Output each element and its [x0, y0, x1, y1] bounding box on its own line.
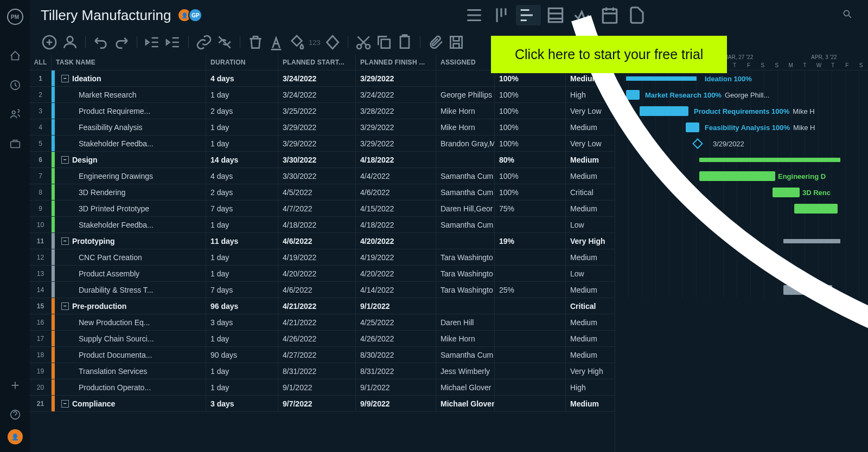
cell-duration[interactable]: 3 days — [206, 396, 278, 411]
cell-planned-start[interactable]: 4/18/2022 — [278, 217, 356, 233]
avatar-2[interactable]: GP — [188, 8, 202, 22]
cut-button[interactable] — [355, 34, 372, 51]
cell-duration[interactable]: 2 days — [206, 184, 278, 200]
cell-task-name[interactable]: −Ideation — [52, 70, 206, 86]
assign-button[interactable] — [61, 34, 79, 51]
cell-planned-start[interactable]: 4/20/2022 — [278, 266, 356, 281]
collapse-toggle[interactable]: − — [61, 75, 69, 82]
cell-duration[interactable]: 4 days — [206, 70, 278, 86]
cell-planned-start[interactable]: 3/29/2022 — [278, 135, 356, 151]
cell-task-name[interactable]: Stakeholder Feedba... — [52, 135, 206, 151]
cell-planned-start[interactable]: 9/1/2022 — [278, 379, 356, 395]
cell-planned-start[interactable]: 4/21/2022 — [278, 298, 356, 314]
cell-planned-start[interactable]: 3/24/2022 — [278, 87, 356, 102]
row-number[interactable]: 15 — [30, 298, 52, 314]
cell-planned-start[interactable]: 4/6/2022 — [278, 233, 356, 249]
paste-button[interactable] — [396, 34, 413, 51]
cell-task-name[interactable]: −Design — [52, 152, 206, 167]
cell-task-name[interactable]: Durability & Stress T... — [52, 282, 206, 298]
row-number[interactable]: 1 — [30, 70, 52, 86]
cell-task-name[interactable]: −Compliance — [52, 396, 206, 411]
cell-planned-start[interactable]: 4/19/2022 — [278, 249, 356, 265]
row-number[interactable]: 8 — [30, 184, 52, 200]
row-number[interactable]: 3 — [30, 103, 52, 119]
undo-button[interactable] — [92, 34, 110, 51]
cell-duration[interactable]: 1 day — [206, 379, 278, 395]
cell-task-name[interactable]: Engineering Drawings — [52, 168, 206, 184]
cell-planned-start[interactable]: 3/30/2022 — [278, 152, 356, 167]
col-task-name[interactable]: TASK NAME — [52, 54, 206, 70]
cell-planned-start[interactable]: 3/30/2022 — [278, 168, 356, 184]
cell-duration[interactable]: 7 days — [206, 282, 278, 298]
cell-duration[interactable]: 90 days — [206, 347, 278, 363]
cta-callout[interactable]: Click here to start your free trial — [491, 36, 727, 73]
cell-planned-start[interactable]: 9/7/2022 — [278, 396, 356, 411]
help-icon[interactable] — [9, 409, 21, 421]
row-number[interactable]: 12 — [30, 249, 52, 265]
cell-duration[interactable]: 1 day — [206, 135, 278, 151]
copy-button[interactable] — [375, 34, 393, 51]
indent-button[interactable] — [164, 34, 182, 51]
row-number[interactable]: 18 — [30, 347, 52, 363]
cell-duration[interactable]: 1 day — [206, 87, 278, 102]
cell-task-name[interactable]: Stakeholder Feedba... — [52, 217, 206, 233]
link-button[interactable] — [195, 34, 213, 51]
row-number[interactable]: 14 — [30, 282, 52, 298]
row-number[interactable]: 6 — [30, 152, 52, 167]
row-number[interactable]: 20 — [30, 379, 52, 395]
cell-task-name[interactable]: Product Documenta... — [52, 347, 206, 363]
cell-task-name[interactable]: Translation Services — [52, 363, 206, 379]
team-icon[interactable] — [9, 108, 21, 120]
app-logo[interactable]: PM — [7, 9, 23, 25]
assignee-avatars[interactable]: 👤 GP — [181, 8, 202, 22]
add-icon[interactable] — [9, 379, 21, 391]
cell-task-name[interactable]: 3D Rendering — [52, 184, 206, 200]
fill-color-button[interactable] — [288, 34, 305, 51]
row-number[interactable]: 17 — [30, 331, 52, 346]
row-number[interactable]: 7 — [30, 168, 52, 184]
cell-task-name[interactable]: CNC Part Creation — [52, 249, 206, 265]
cell-planned-start[interactable]: 3/24/2022 — [278, 70, 356, 86]
cell-task-name[interactable]: Product Requireme... — [52, 103, 206, 119]
row-number[interactable]: 11 — [30, 233, 52, 249]
collapse-toggle[interactable]: − — [61, 302, 69, 310]
cell-duration[interactable]: 1 day — [206, 363, 278, 379]
outdent-button[interactable] — [144, 34, 161, 51]
cell-duration[interactable]: 1 day — [206, 249, 278, 265]
collapse-toggle[interactable]: − — [61, 156, 69, 164]
cell-duration[interactable]: 4 days — [206, 168, 278, 184]
cell-task-name[interactable]: Feasibility Analysis — [52, 119, 206, 135]
cell-task-name[interactable]: −Prototyping — [52, 233, 206, 249]
row-number[interactable]: 16 — [30, 314, 52, 330]
row-number[interactable]: 4 — [30, 119, 52, 135]
cell-duration[interactable]: 2 days — [206, 103, 278, 119]
row-number[interactable]: 10 — [30, 217, 52, 233]
cell-task-name[interactable]: Product Assembly — [52, 266, 206, 281]
add-task-button[interactable] — [41, 34, 58, 51]
row-number[interactable]: 2 — [30, 87, 52, 102]
home-icon[interactable] — [9, 50, 21, 62]
redo-button[interactable] — [113, 34, 130, 51]
row-number[interactable]: 9 — [30, 201, 52, 216]
cell-duration[interactable]: 7 days — [206, 201, 278, 216]
row-number[interactable]: 13 — [30, 266, 52, 281]
cell-planned-start[interactable]: 4/21/2022 — [278, 314, 356, 330]
cell-duration[interactable]: 1 day — [206, 119, 278, 135]
cell-duration[interactable]: 1 day — [206, 331, 278, 346]
unlink-button[interactable] — [216, 34, 233, 51]
col-all[interactable]: ALL — [30, 54, 52, 70]
cell-duration[interactable]: 1 day — [206, 266, 278, 281]
briefcase-icon[interactable] — [9, 138, 21, 150]
row-number[interactable]: 19 — [30, 363, 52, 379]
row-number[interactable]: 5 — [30, 135, 52, 151]
cell-planned-start[interactable]: 4/7/2022 — [278, 201, 356, 216]
cell-duration[interactable]: 96 days — [206, 298, 278, 314]
cell-task-name[interactable]: Market Research — [52, 87, 206, 102]
cell-planned-start[interactable]: 4/27/2022 — [278, 347, 356, 363]
cell-task-name[interactable]: −Pre-production — [52, 298, 206, 314]
cell-duration[interactable]: 3 days — [206, 314, 278, 330]
cell-task-name[interactable]: 3D Printed Prototype — [52, 201, 206, 216]
user-avatar[interactable]: 👤 — [8, 429, 23, 444]
cell-planned-start[interactable]: 3/29/2022 — [278, 119, 356, 135]
col-planned-start[interactable]: PLANNED START... — [278, 54, 356, 70]
